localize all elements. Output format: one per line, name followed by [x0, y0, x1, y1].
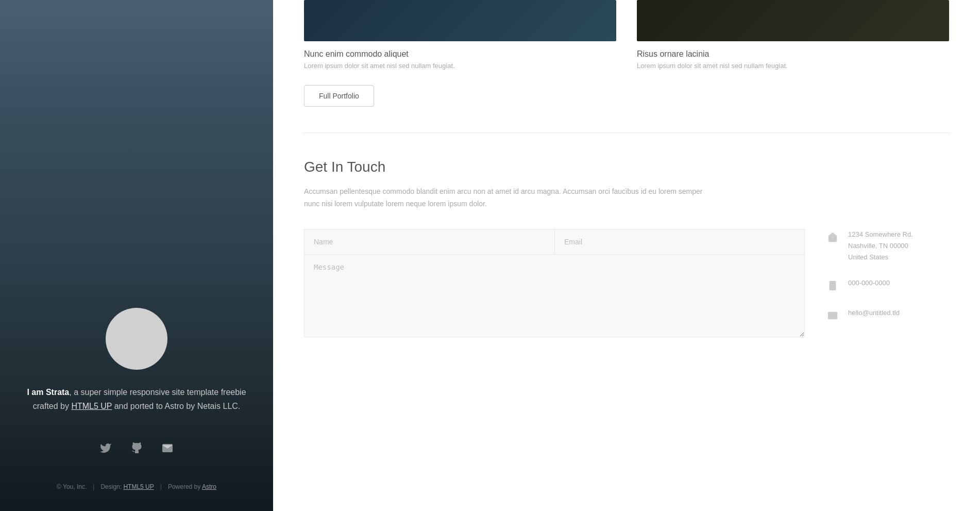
- contact-section: Get In Touch Accumsan pellentesque commo…: [304, 159, 949, 337]
- phone-text: 000-000-0000: [848, 277, 890, 289]
- copyright: © You, Inc.: [57, 483, 87, 490]
- contact-phone-item: 000-000-0000: [825, 277, 949, 293]
- message-input[interactable]: [304, 255, 805, 337]
- portfolio-section: Nunc enim commodo aliquet Lorem ipsum do…: [304, 0, 949, 133]
- email-icon[interactable]: [158, 439, 177, 457]
- contact-description: Accumsan pellentesque commodo blandit en…: [304, 186, 706, 210]
- address-icon: [825, 230, 840, 244]
- full-portfolio-button[interactable]: Full Portfolio: [304, 85, 374, 107]
- email-text: hello@untitled.tld: [848, 307, 900, 319]
- contact-email-item: hello@untitled.tld: [825, 307, 949, 323]
- sidebar-intro: I am Strata, a super simple responsive s…: [21, 385, 252, 413]
- contact-layout: 1234 Somewhere Rd. Nashville, TN 00000 U…: [304, 229, 949, 337]
- phone-icon: [825, 278, 840, 293]
- portfolio-item-1-title: Nunc enim commodo aliquet: [304, 50, 616, 59]
- section-divider: [304, 133, 949, 133]
- svg-rect-0: [830, 281, 836, 290]
- sidebar: I am Strata, a super simple responsive s…: [0, 0, 273, 511]
- sidebar-footer: © You, Inc. | Design: HTML5 UP | Powered…: [57, 483, 216, 490]
- portfolio-thumb-1: [304, 0, 616, 41]
- portfolio-grid: Nunc enim commodo aliquet Lorem ipsum do…: [304, 0, 949, 70]
- address-text: 1234 Somewhere Rd. Nashville, TN 00000 U…: [848, 229, 913, 263]
- contact-address-item: 1234 Somewhere Rd. Nashville, TN 00000 U…: [825, 229, 949, 263]
- design-link[interactable]: HTML5 UP: [123, 483, 154, 490]
- portfolio-thumb-2: [637, 0, 949, 41]
- portfolio-item-1: Nunc enim commodo aliquet Lorem ipsum do…: [304, 0, 616, 70]
- email-input[interactable]: [554, 229, 805, 255]
- brand-name: I am Strata: [27, 388, 69, 397]
- portfolio-item-2-title: Risus ornare lacinia: [637, 50, 949, 59]
- portfolio-item-2-desc: Lorem ipsum dolor sit amet nisl sed null…: [637, 62, 949, 70]
- mail-icon: [825, 308, 840, 323]
- github-icon[interactable]: [127, 439, 146, 457]
- email-link[interactable]: hello@untitled.tld: [848, 309, 900, 317]
- portfolio-item-2: Risus ornare lacinia Lorem ipsum dolor s…: [637, 0, 949, 70]
- form-name-email-row: [304, 229, 805, 255]
- avatar: [106, 308, 167, 370]
- name-input[interactable]: [304, 229, 554, 255]
- astro-link[interactable]: Astro: [202, 483, 216, 490]
- main-content: Nunc enim commodo aliquet Lorem ipsum do…: [273, 0, 980, 511]
- html5up-link[interactable]: HTML5 UP: [71, 402, 112, 410]
- social-icons: [96, 439, 177, 457]
- twitter-icon[interactable]: [96, 439, 115, 457]
- contact-info: 1234 Somewhere Rd. Nashville, TN 00000 U…: [825, 229, 949, 337]
- portfolio-item-1-desc: Lorem ipsum dolor sit amet nisl sed null…: [304, 62, 616, 70]
- contact-form: [304, 229, 805, 337]
- contact-section-title: Get In Touch: [304, 159, 949, 175]
